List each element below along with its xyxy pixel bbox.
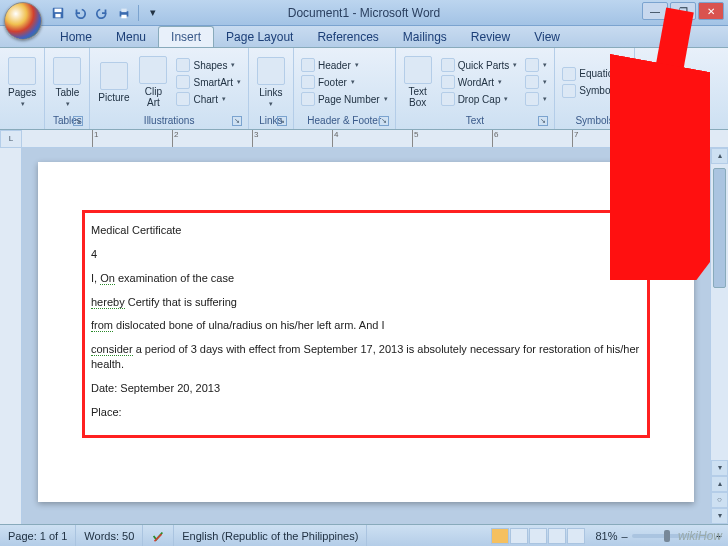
- dialog-launcher-icon[interactable]: ↘: [277, 116, 287, 126]
- obj-icon[interactable]: ▾: [522, 91, 550, 107]
- pages-icon[interactable]: Pages▾: [4, 55, 40, 110]
- dropcap-icon[interactable]: Drop Cap▾: [438, 91, 521, 107]
- outline-view[interactable]: [548, 528, 566, 544]
- vertical-scrollbar[interactable]: ▴ ▾ ▴ ○ ▾: [710, 148, 728, 524]
- save-icon[interactable]: [48, 3, 68, 23]
- button-label: Pages: [8, 87, 36, 98]
- document-line[interactable]: I, On examination of the case: [91, 271, 641, 286]
- document-line[interactable]: 4: [91, 247, 641, 262]
- pagenum-icon: [301, 92, 315, 106]
- picture-icon[interactable]: Picture: [94, 60, 133, 105]
- tab-view[interactable]: View: [522, 27, 572, 47]
- equation-icon[interactable]: Equation▾: [559, 66, 629, 82]
- prev-page-icon[interactable]: ▴: [711, 476, 728, 492]
- window-title: Document1 - Microsoft Word: [288, 6, 441, 20]
- tab-review[interactable]: Review: [459, 27, 522, 47]
- minimize-button[interactable]: —: [642, 2, 668, 20]
- date-icon[interactable]: ▾: [522, 74, 550, 90]
- horizontal-ruler[interactable]: 1234567: [22, 130, 728, 148]
- zoom-out-icon[interactable]: –: [621, 530, 627, 542]
- browse-object-icon[interactable]: ○: [711, 492, 728, 508]
- links-icon: [257, 57, 285, 85]
- dialog-launcher-icon[interactable]: ↘: [379, 116, 389, 126]
- ruler-corner[interactable]: L: [0, 130, 22, 148]
- draft-view[interactable]: [567, 528, 585, 544]
- print-icon[interactable]: [114, 3, 134, 23]
- web-layout-view[interactable]: [529, 528, 547, 544]
- next-page-icon[interactable]: ▾: [711, 508, 728, 524]
- button-label: Header: [318, 60, 351, 71]
- button-label: Links: [259, 87, 282, 98]
- dialog-launcher-icon[interactable]: ↘: [538, 116, 548, 126]
- document-line[interactable]: consider a period of 3 days with effect …: [91, 342, 641, 372]
- document-line[interactable]: Date: September 20, 2013: [91, 381, 641, 396]
- symbol-icon[interactable]: Symbol▾: [559, 83, 629, 99]
- scroll-down-icon[interactable]: ▾: [711, 460, 728, 476]
- language-indicator[interactable]: English (Republic of the Philippines): [174, 525, 367, 546]
- tab-home[interactable]: Home: [48, 27, 104, 47]
- wordart-icon: [441, 75, 455, 89]
- ribbon-group-header-footer: Header▾Footer▾Page Number▾Header & Foote…: [294, 48, 396, 129]
- status-bar: Page: 1 of 1 Words: 50 English (Republic…: [0, 524, 728, 546]
- scroll-up-icon[interactable]: ▴: [711, 148, 728, 164]
- dialog-launcher-icon[interactable]: ↘: [232, 116, 242, 126]
- page-indicator[interactable]: Page: 1 of 1: [0, 525, 76, 546]
- dialog-launcher-icon[interactable]: ↘: [73, 116, 83, 126]
- ruler-mark: 7: [572, 130, 578, 147]
- button-label: Picture: [98, 92, 129, 103]
- undo-icon[interactable]: [70, 3, 90, 23]
- tab-references[interactable]: References: [305, 27, 390, 47]
- links-icon[interactable]: Links▾: [253, 55, 289, 110]
- dialog-launcher-icon[interactable]: ↘: [618, 116, 628, 126]
- close-button[interactable]: ✕: [698, 2, 724, 20]
- document-line[interactable]: hereby Certify that is suffering: [91, 295, 641, 310]
- equation-icon: [562, 67, 576, 81]
- proofing-icon[interactable]: [143, 525, 174, 546]
- print-layout-view[interactable]: [491, 528, 509, 544]
- tab-insert[interactable]: Insert: [158, 26, 214, 47]
- shapes-icon: [176, 58, 190, 72]
- clipart-icon: [139, 56, 167, 84]
- full-screen-view[interactable]: [510, 528, 528, 544]
- shapes-icon[interactable]: Shapes▾: [173, 57, 243, 73]
- zoom-level[interactable]: 81%: [595, 530, 617, 542]
- sig-icon[interactable]: ▾: [522, 57, 550, 73]
- vertical-ruler[interactable]: [0, 148, 22, 524]
- maximize-button[interactable]: ❐: [670, 2, 696, 20]
- smartart-icon[interactable]: SmartArt▾: [173, 74, 243, 90]
- button-label: Table: [55, 87, 79, 98]
- header-icon[interactable]: Header▾: [298, 57, 391, 73]
- qat-customize-icon[interactable]: ▾: [143, 3, 163, 23]
- ribbon-group-tables: Table▾Tables↘: [45, 48, 90, 129]
- tab-mailings[interactable]: Mailings: [391, 27, 459, 47]
- quickparts-icon: [441, 58, 455, 72]
- footer-icon[interactable]: Footer▾: [298, 74, 391, 90]
- obj-icon: [525, 92, 539, 106]
- textbox-icon[interactable]: Text Box: [400, 54, 436, 110]
- button-label: Quick Parts: [458, 60, 510, 71]
- word-count[interactable]: Words: 50: [76, 525, 143, 546]
- wordart-icon[interactable]: WordArt▾: [438, 74, 521, 90]
- quickparts-icon[interactable]: Quick Parts▾: [438, 57, 521, 73]
- pagenum-icon[interactable]: Page Number▾: [298, 91, 391, 107]
- scroll-thumb[interactable]: [713, 168, 726, 288]
- clipart-icon[interactable]: Clip Art: [135, 54, 171, 110]
- view-buttons: [487, 528, 589, 544]
- document-line[interactable]: from dislocated bone of ulna/radius on h…: [91, 318, 641, 333]
- button-label: Symbol: [579, 85, 612, 96]
- redo-icon[interactable]: [92, 3, 112, 23]
- office-button[interactable]: [4, 2, 42, 40]
- chart-icon[interactable]: Chart▾: [173, 91, 243, 107]
- ruler-mark: 4: [332, 130, 338, 147]
- ribbon-group-text: Text BoxQuick Parts▾WordArt▾Drop Cap▾▾▾▾…: [396, 48, 556, 129]
- document-line[interactable]: Place:: [91, 405, 641, 420]
- group-label: Links↘: [253, 114, 289, 127]
- scroll-track[interactable]: [711, 164, 728, 460]
- smartart-icon: [176, 75, 190, 89]
- tab-menu[interactable]: Menu: [104, 27, 158, 47]
- table-icon[interactable]: Table▾: [49, 55, 85, 110]
- tab-page-layout[interactable]: Page Layout: [214, 27, 305, 47]
- page[interactable]: Medical Certificate4I, On examination of…: [38, 162, 694, 502]
- group-label: Text↘: [400, 114, 551, 127]
- document-line[interactable]: Medical Certificate: [91, 223, 641, 238]
